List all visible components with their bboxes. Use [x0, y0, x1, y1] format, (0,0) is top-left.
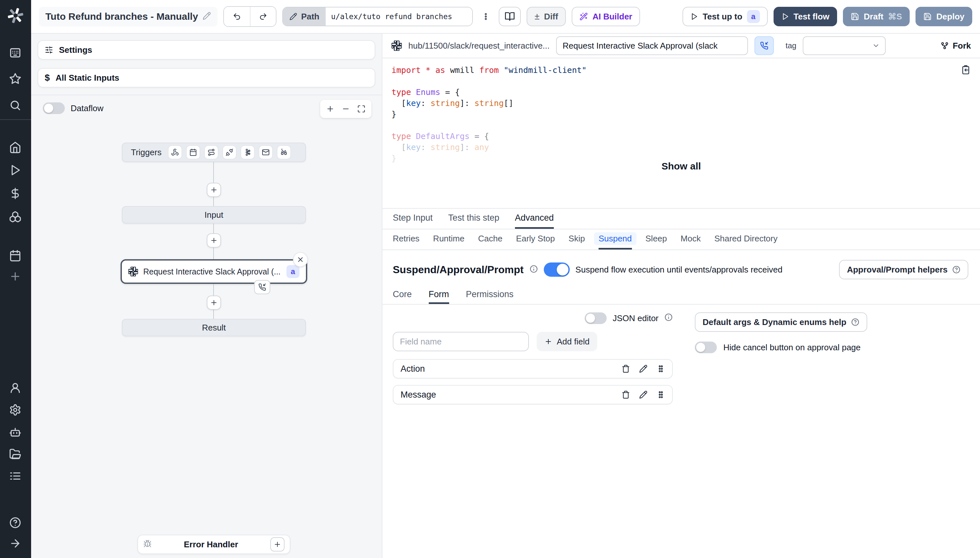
test-up-to-button[interactable]: Test up to a [683, 7, 767, 26]
approval-helpers-button[interactable]: Approval/Prompt helpers [839, 260, 969, 279]
error-handler-node[interactable]: Error Handler [138, 535, 291, 554]
step-summary-input[interactable] [556, 36, 748, 55]
fit-view-button[interactable] [357, 105, 366, 113]
hide-cancel-toggle[interactable] [695, 341, 717, 353]
resources-boxes-icon[interactable] [9, 211, 22, 223]
info-icon[interactable] [664, 313, 673, 324]
email-trigger-icon[interactable] [259, 145, 273, 159]
collapse-arrow-icon[interactable] [9, 537, 22, 550]
test-flow-button[interactable]: Test flow [773, 7, 837, 26]
static-inputs-button[interactable]: $ All Static Inputs [38, 68, 375, 87]
suspend-phone-badge[interactable] [254, 280, 270, 294]
insert-step-button[interactable] [207, 233, 221, 248]
help-icon[interactable] [9, 517, 22, 530]
fork-button[interactable]: Fork [941, 41, 971, 51]
show-all-button[interactable]: Show all [382, 161, 980, 172]
result-node[interactable]: Result [122, 319, 306, 336]
field-name-input[interactable] [393, 332, 529, 351]
windmill-logo-icon[interactable] [7, 7, 24, 24]
schedules-calendar-icon[interactable] [9, 249, 22, 263]
favorites-star-icon[interactable] [9, 72, 22, 85]
users-icon[interactable] [9, 382, 22, 395]
save-icon [851, 12, 859, 21]
logs-list-icon[interactable] [9, 470, 22, 483]
json-editor-toggle[interactable] [584, 312, 607, 324]
suspend-phone-button[interactable] [754, 36, 774, 55]
delete-field-icon[interactable] [622, 364, 630, 373]
schedule-trigger-icon[interactable] [186, 145, 200, 159]
edit-title-icon[interactable] [202, 11, 211, 23]
tab-shared-directory[interactable]: Shared Directory [714, 230, 778, 249]
tab-permissions[interactable]: Permissions [466, 286, 514, 304]
workspace-icon[interactable] [9, 47, 22, 60]
flow-title[interactable]: Tuto Refund branches - Manually [39, 7, 217, 26]
info-icon[interactable] [530, 264, 538, 276]
error-handler-label: Error Handler [152, 540, 270, 550]
tab-test-this-step[interactable]: Test this step [448, 209, 499, 229]
step-id-badge: a [286, 265, 299, 278]
zoom-in-button[interactable] [326, 105, 335, 113]
workers-bot-icon[interactable] [9, 426, 22, 439]
delete-step-button[interactable] [293, 252, 308, 267]
tab-form[interactable]: Form [429, 286, 449, 304]
search-icon[interactable] [9, 99, 22, 112]
tab-runtime[interactable]: Runtime [433, 230, 465, 249]
settings-gear-icon[interactable] [9, 404, 22, 417]
tab-suspend[interactable]: Suspend [599, 230, 632, 249]
deploy-button[interactable]: Deploy [916, 7, 972, 26]
poll-trigger-icon[interactable] [277, 145, 291, 159]
slack-approval-step-node[interactable]: Request Interactive Slack Approval (... … [121, 259, 307, 284]
drag-handle-icon[interactable] [657, 391, 665, 399]
fields-list: ActionMessage [393, 359, 673, 404]
tab-step-input[interactable]: Step Input [393, 209, 433, 229]
edit-field-icon[interactable] [639, 364, 647, 373]
suspend-toggle[interactable] [544, 263, 570, 277]
folders-icon[interactable] [9, 448, 22, 461]
webhook-trigger-icon[interactable] [168, 145, 182, 159]
delete-field-icon[interactable] [622, 391, 630, 399]
clipboard-paste-icon[interactable] [960, 65, 971, 78]
tab-sleep[interactable]: Sleep [645, 230, 667, 249]
home-icon[interactable] [9, 141, 22, 154]
undo-button[interactable] [224, 7, 250, 26]
tab-cache[interactable]: Cache [478, 230, 502, 249]
edit-field-icon[interactable] [639, 391, 647, 399]
book-open-icon [505, 11, 515, 22]
path-edit-button[interactable]: Path [283, 7, 326, 26]
add-plus-icon[interactable] [9, 270, 22, 283]
input-node[interactable]: Input [122, 206, 306, 223]
panel-divider [31, 95, 382, 95]
runs-play-icon[interactable] [9, 164, 22, 177]
diff-button[interactable]: ±Diff [527, 7, 566, 26]
websocket-trigger-icon[interactable] [222, 145, 236, 159]
kafka-trigger-icon[interactable] [240, 145, 255, 159]
flow-settings-button[interactable]: Settings [38, 40, 375, 60]
tab-skip[interactable]: Skip [568, 230, 585, 249]
hub-script-path[interactable]: hub/11500/slack/request_interactive... [408, 41, 550, 51]
add-error-handler-button[interactable] [270, 537, 284, 551]
code-preview[interactable]: import * as wmill from "windmill-client"… [382, 58, 980, 209]
drag-handle-icon[interactable] [657, 364, 665, 373]
insert-step-button[interactable] [207, 183, 221, 197]
variables-dollar-icon[interactable] [9, 187, 22, 200]
tab-mock[interactable]: Mock [681, 230, 701, 249]
triggers-node[interactable]: Triggers [122, 143, 306, 162]
play-icon [781, 13, 789, 20]
draft-button[interactable]: Draft ⌘S [843, 7, 910, 26]
http-route-trigger-icon[interactable] [204, 145, 218, 159]
tab-early-stop[interactable]: Early Stop [516, 230, 555, 249]
path-input[interactable] [326, 7, 472, 26]
tag-select[interactable] [803, 36, 886, 55]
docs-book-button[interactable] [499, 7, 521, 26]
zoom-out-button[interactable] [341, 105, 350, 113]
tab-retries[interactable]: Retries [393, 230, 419, 249]
redo-button[interactable] [250, 7, 276, 26]
default-args-help-button[interactable]: Default args & Dynamic enums help [695, 312, 867, 332]
more-options-button[interactable] [479, 7, 493, 26]
insert-step-button[interactable] [207, 295, 221, 310]
tab-core[interactable]: Core [393, 286, 412, 304]
tab-advanced[interactable]: Advanced [515, 209, 554, 229]
ai-builder-button[interactable]: AI Builder [572, 7, 640, 26]
dataflow-toggle[interactable] [43, 102, 65, 114]
add-field-button[interactable]: Add field [537, 332, 597, 351]
